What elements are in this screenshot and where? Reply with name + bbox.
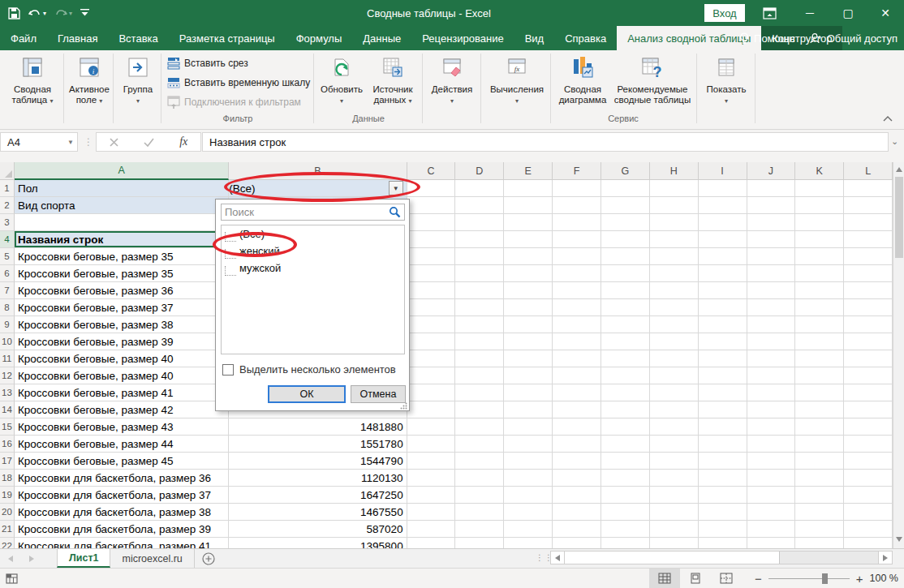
cell[interactable] [407,470,456,487]
pivot-table-button[interactable]: Своднаятаблица ▾ [6,54,59,106]
undo-button[interactable]: ▾ [28,8,46,19]
cell[interactable] [747,180,796,197]
cell[interactable] [407,299,456,316]
column-header-f[interactable]: F [553,162,601,180]
cell[interactable] [795,436,844,453]
row-header[interactable]: 4 [0,231,15,248]
cell[interactable] [553,231,601,248]
cell-label[interactable]: Кроссовки беговые, размер 37 [15,299,229,316]
cell[interactable] [699,231,747,248]
search-icon[interactable] [389,206,401,218]
cell-label[interactable]: Кроссовки для баскетбола, размер 39 [15,521,229,538]
cell[interactable] [650,282,699,299]
cell[interactable] [407,265,456,282]
cell[interactable] [650,350,699,367]
scroll-left-arrow[interactable] [551,552,565,564]
cell[interactable] [455,265,504,282]
row-header[interactable]: 8 [0,299,15,316]
vertical-scrollbar[interactable] [893,162,904,548]
row-header[interactable]: 21 [0,521,15,538]
cell[interactable] [795,180,844,197]
cell[interactable] [553,521,601,538]
cell[interactable] [747,521,796,538]
normal-view-button[interactable] [649,569,680,588]
cell[interactable] [747,248,796,265]
sheet-nav-left-icon[interactable] [0,549,21,568]
cell[interactable] [650,180,699,197]
tab-formulas[interactable]: Формулы [286,26,353,50]
cell[interactable] [844,231,893,248]
row-header[interactable]: 6 [0,265,15,282]
cell[interactable] [407,231,456,248]
sheet-nav-right-icon[interactable] [21,549,42,568]
save-icon[interactable] [8,7,20,19]
cell[interactable] [407,214,456,231]
cell[interactable] [747,197,796,214]
cell[interactable] [455,436,504,453]
cell-a2[interactable]: Вид спорта [15,197,229,214]
cell[interactable] [601,418,650,436]
cell[interactable] [650,197,699,214]
cell[interactable] [844,367,893,384]
cell[interactable] [699,180,747,197]
cell-label[interactable]: Кроссовки беговые, размер 36 [15,282,229,299]
customize-qat-button[interactable] [80,8,89,18]
cell[interactable] [650,231,699,248]
cell[interactable] [601,180,650,197]
cell-label[interactable]: Кроссовки беговые, размер 40 [15,350,229,367]
tab-help[interactable]: Справка [554,26,617,50]
scroll-up-arrow[interactable] [896,167,902,172]
row-header[interactable]: 11 [0,350,15,367]
cell[interactable] [504,265,553,282]
cell-label[interactable]: Кроссовки беговые, размер 41 [15,384,229,401]
cell[interactable] [747,282,796,299]
cell[interactable] [455,248,504,265]
cell[interactable] [407,418,456,436]
cell[interactable] [699,333,747,350]
cell[interactable] [407,316,456,333]
cell[interactable] [504,197,553,214]
cell[interactable] [699,504,747,521]
show-button[interactable]: Показать▾ [703,54,750,106]
column-header-c[interactable]: C [407,162,456,180]
zoom-slider[interactable] [768,578,850,579]
cell-value[interactable]: 587020 [229,521,407,538]
row-header[interactable]: 16 [0,436,15,453]
group-button[interactable]: Группа▾ [118,54,157,106]
cell[interactable] [699,470,747,487]
cell[interactable] [601,538,650,548]
cell[interactable] [504,299,553,316]
cancel-entry-icon[interactable] [110,138,118,147]
row-header[interactable]: 5 [0,248,15,265]
cell[interactable] [504,180,553,197]
cell[interactable] [601,401,650,418]
cell[interactable] [601,333,650,350]
close-button[interactable]: ✕ [867,0,904,26]
cell[interactable] [795,333,844,350]
cell[interactable] [553,538,601,548]
cell[interactable] [747,487,796,504]
cell[interactable] [601,299,650,316]
column-header-g[interactable]: G [601,162,650,180]
cell[interactable] [504,436,553,453]
cell[interactable] [747,299,796,316]
cell[interactable] [699,248,747,265]
cell[interactable] [504,367,553,384]
cell[interactable] [844,350,893,367]
cell[interactable] [844,436,893,453]
cell[interactable] [650,418,699,436]
cell[interactable] [504,248,553,265]
cell[interactable] [795,299,844,316]
cell[interactable] [553,436,601,453]
cell[interactable] [699,265,747,282]
cancel-button[interactable]: Отмена [351,385,406,403]
assistant-button[interactable]: Помощн [739,32,795,45]
vertical-scroll-thumb[interactable] [895,177,903,258]
cell[interactable] [747,231,796,248]
row-header[interactable]: 7 [0,282,15,299]
row-header[interactable]: 10 [0,333,15,350]
cell[interactable] [553,350,601,367]
column-header-i[interactable]: I [699,162,747,180]
cell[interactable] [504,231,553,248]
cell[interactable] [504,453,553,470]
